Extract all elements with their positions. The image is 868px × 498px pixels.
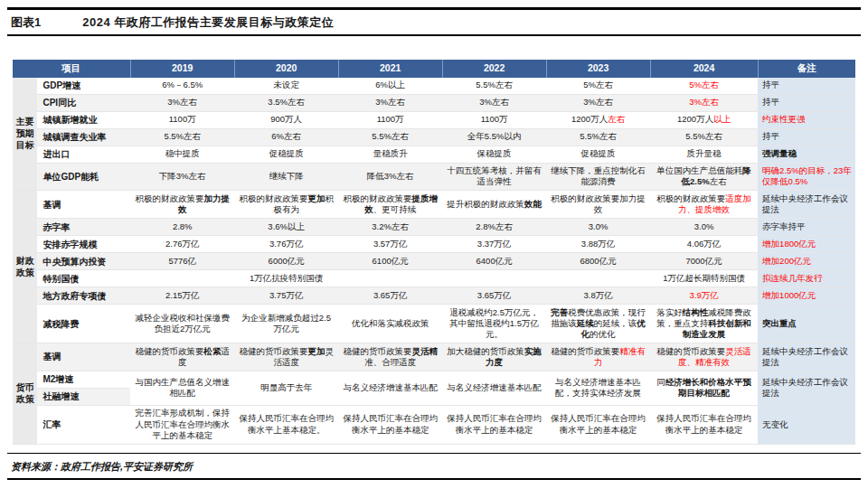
- bold-text: 加力提效: [178, 193, 230, 214]
- value-cell: 提升积极的财政政策效能: [442, 191, 546, 219]
- value-cell: 6%以上: [338, 78, 442, 95]
- value-cell: 稳健的货币政策要更加灵活适度: [234, 343, 338, 371]
- value-cell: 与名义经济增速基本匹配: [442, 371, 546, 405]
- value-cell: 稳健的货币政策要灵活精准、合理适度: [338, 343, 442, 371]
- value-cell: 1200万人左右: [546, 111, 650, 128]
- value-cell: 1200万人以上: [650, 111, 758, 128]
- column-header-项目: 项目: [13, 60, 130, 78]
- report-page: 图表1 2024 年政府工作报告主要发展目标与政策定位 项目2019202020…: [7, 0, 861, 480]
- table-row: 货币 政策基调稳健的货币政策要松紧适度稳健的货币政策要更加灵活适度稳健的货币政策…: [13, 343, 855, 371]
- table-row: 进出口稳中提质促稳提质量稳质升保稳提质促稳提质质升量稳强调量稳: [13, 146, 855, 163]
- value-cell: 3%左右: [130, 94, 234, 111]
- row-label: 基调: [37, 191, 130, 219]
- row-label: 安排赤字规模: [37, 236, 130, 253]
- value-cell: 落实好结构性减税降费政策，重点支持科技创新和制造业发展: [650, 305, 758, 343]
- highlight-red-text: 精准有力: [594, 346, 646, 367]
- note-cell: 持平: [758, 94, 855, 111]
- table-row: 地方政府专项债2.15万亿3.75万亿3.65万亿3.65万亿3.8万亿3.9万…: [13, 287, 855, 305]
- row-label: 城镇新增就业: [37, 111, 130, 128]
- value-cell: [546, 270, 650, 287]
- table-row: 减税降费减轻企业税收和社保缴费负担近2万亿元为企业新增减负超过2.5万亿元优化和…: [13, 305, 855, 343]
- value-cell: 6%－6.5%: [130, 78, 234, 95]
- value-cell: 与名义经济增速基本匹配，支持实体经济发展: [546, 371, 650, 405]
- row-label: 赤字率: [37, 219, 130, 236]
- column-header-2019: 2019: [130, 60, 234, 78]
- bold-text: 降低2.5%: [682, 165, 751, 186]
- note-cell: 增加1800亿元: [758, 236, 855, 253]
- bold-text: 更加: [307, 193, 325, 203]
- value-cell: 减轻企业税收和社保缴费负担近2万亿元: [130, 305, 234, 343]
- note-cell: 拟连续几年发行: [758, 270, 855, 287]
- bold-text: 松紧: [203, 346, 221, 356]
- value-cell: 5.5%左右: [442, 78, 546, 95]
- value-cell: 6800亿元: [546, 253, 650, 270]
- value-cell: 1万亿抗疫特别国债: [234, 270, 338, 287]
- value-cell: 3.57万亿: [338, 236, 442, 253]
- table-row: 财政 政策基调积极的财政政策要加力提效积极的财政政策要更加积极有为积极的财政政策…: [13, 191, 855, 219]
- row-label: CPI同比: [37, 94, 130, 111]
- column-header-2022: 2022: [442, 60, 546, 78]
- note-cell: 约束性更强: [758, 111, 855, 128]
- value-cell: 十四五统筹考核，并留有适当弹性: [442, 163, 546, 191]
- value-cell: 7000亿元: [650, 253, 758, 270]
- value-cell: 5.5%左右: [338, 128, 442, 146]
- bold-text: 实施力度: [486, 346, 542, 367]
- value-cell: 3%左右: [442, 94, 546, 111]
- table-row: CPI同比3%左右3.5%左右3%左右3%左右3%左右3%左右持平: [13, 94, 855, 111]
- value-cell: 3%左右: [546, 94, 650, 111]
- note-cell: 增加1000亿元: [758, 287, 855, 305]
- bold-text: 灵活精: [411, 346, 438, 356]
- value-cell: 3.65万亿: [442, 287, 546, 305]
- note-cell: 无变化: [758, 405, 855, 444]
- note-cell: 增加200亿元: [758, 253, 855, 270]
- value-cell: 优化和落实减税政策: [338, 305, 442, 343]
- value-cell: 稳健的货币政策要精准有力: [546, 343, 650, 371]
- value-cell: 4.06万亿: [650, 236, 758, 253]
- value-cell: 6000亿元: [234, 253, 338, 270]
- group-label: 货币 政策: [13, 343, 37, 445]
- row-label: 进出口: [37, 146, 130, 163]
- figure-title: 2024 年政府工作报告主要发展目标与政策定位: [82, 14, 334, 31]
- table-row: 汇率完善汇率形成机制，保持人民币汇率在合理均衡水平上的基本稳定保持人民币汇率在合…: [13, 405, 855, 444]
- row-label: 中央预算内投资: [37, 253, 130, 270]
- value-cell: 3.8万亿: [546, 287, 650, 305]
- value-cell: [442, 270, 546, 287]
- bold-text: 结构性: [683, 307, 709, 317]
- value-cell: 900万人: [234, 111, 338, 128]
- value-cell: 完善汇率形成机制，保持人民币汇率在合理均衡水平上的基本稳定: [130, 405, 234, 444]
- row-label: 单位GDP能耗: [37, 163, 130, 191]
- highlight-red-text: 增加1800亿元: [762, 239, 816, 249]
- value-cell: 未设定: [234, 78, 338, 95]
- value-cell: 降低3%左右: [338, 163, 442, 191]
- table-header: 项目201920202021202220232024备注: [13, 60, 855, 78]
- value-cell: 5%左右: [650, 78, 758, 95]
- value-cell: 3.2%左右: [338, 219, 442, 236]
- value-cell: 3.37万亿: [442, 236, 546, 253]
- value-cell: 稳中提质: [130, 146, 234, 163]
- column-header-2024: 2024: [650, 60, 758, 78]
- source-bar: 资料来源：政府工作报告,平安证券研究所: [7, 453, 861, 480]
- value-cell: 量稳质升: [338, 146, 442, 163]
- value-cell: 3.65万亿: [338, 287, 442, 305]
- value-cell: 3.0%: [650, 219, 758, 236]
- highlight-red-text: 约束性更强: [762, 114, 806, 124]
- group-label: 主要 预期 目标: [13, 78, 37, 191]
- value-cell: 积极的财政政策要更加积极有为: [234, 191, 338, 219]
- value-cell: [338, 270, 442, 287]
- value-cell: 稳健的货币政策要灵活适度、精准有效: [650, 343, 758, 371]
- highlight-red-text: 灵活适度、精准有效: [678, 346, 751, 367]
- bold-text: 提质增效: [364, 193, 438, 214]
- note-cell: 持平: [758, 78, 855, 95]
- value-cell: 5776亿: [130, 253, 234, 270]
- column-header-备注: 备注: [758, 60, 855, 78]
- source-text: 资料来源：政府工作报告,平安证券研究所: [11, 461, 193, 472]
- note-cell: 赤字率持平: [758, 219, 855, 236]
- value-cell: 积极的财政政策要加力提效: [546, 191, 650, 219]
- table-row: M2增速与国内生产总值名义增速相匹配明显高于去年与名义经济增速基本匹配与名义经济…: [13, 371, 855, 388]
- highlight-red-text: 增加200亿元: [762, 256, 811, 266]
- value-cell: 加大稳健的货币政策实施力度: [442, 343, 546, 371]
- policy-target-table: 项目201920202021202220232024备注 主要 预期 目标GDP…: [13, 60, 855, 445]
- row-label: 地方政府专项债: [37, 287, 130, 305]
- row-label: GDP增速: [37, 78, 130, 95]
- value-cell: 3.6%以上: [234, 219, 338, 236]
